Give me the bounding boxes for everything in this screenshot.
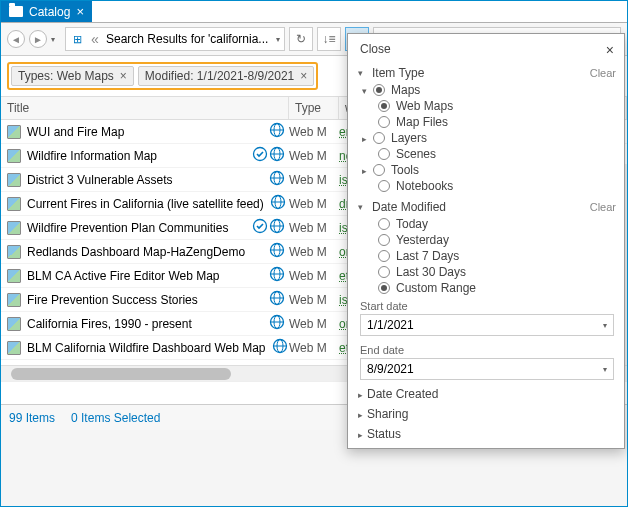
expand-icon[interactable] <box>362 83 367 97</box>
expand-icon[interactable] <box>362 131 367 145</box>
active-filters-highlight: Types: Web Maps × Modified: 1/1/2021-8/9… <box>7 62 318 90</box>
radio-today[interactable] <box>378 218 390 230</box>
clear-item-type[interactable]: Clear <box>590 67 624 79</box>
web-map-icon <box>7 125 21 139</box>
web-map-icon <box>7 173 21 187</box>
filter-close-label[interactable]: Close <box>360 42 391 58</box>
row-type: Web M <box>289 269 339 283</box>
web-map-icon <box>7 149 21 163</box>
globe-icon <box>269 170 285 189</box>
row-type: Web M <box>289 245 339 259</box>
catalog-tab[interactable]: Catalog × <box>1 1 92 22</box>
row-type: Web M <box>289 149 339 163</box>
web-map-icon <box>7 269 21 283</box>
radio-yesterday[interactable] <box>378 234 390 246</box>
dropdown-icon[interactable]: ▾ <box>603 321 607 330</box>
remove-chip-icon[interactable]: × <box>300 69 307 83</box>
tab-label: Catalog <box>29 5 70 19</box>
chip-label: Types: Web Maps <box>18 69 114 83</box>
expand-icon[interactable] <box>362 163 367 177</box>
nav-history-dropdown[interactable]: ▾ <box>51 35 61 44</box>
globe-icon <box>269 218 285 237</box>
web-map-icon <box>7 293 21 307</box>
dropdown-icon[interactable]: ▾ <box>603 365 607 374</box>
crumb-dropdown-icon[interactable]: ▾ <box>276 35 280 44</box>
chip-label: Modified: 1/1/2021-8/9/2021 <box>145 69 294 83</box>
remove-chip-icon[interactable]: × <box>120 69 127 83</box>
row-title: Wildfire Information Map <box>27 149 157 163</box>
col-type[interactable]: Type <box>289 97 339 119</box>
type-filter-chip[interactable]: Types: Web Maps × <box>11 66 134 86</box>
web-map-icon <box>7 197 21 211</box>
start-date-label: Start date <box>348 296 624 314</box>
globe-icon <box>269 290 285 309</box>
item-count: 99 Items <box>9 411 55 425</box>
expand-icon <box>358 427 363 441</box>
row-title: Redlands Dashboard Map-HaZengDemo <box>27 245 245 259</box>
globe-icon <box>272 338 288 357</box>
title-bar: Catalog × <box>1 1 627 23</box>
row-type: Web M <box>289 125 339 139</box>
row-title: District 3 Vulnerable Assets <box>27 173 173 187</box>
search-results-icon: ⊞ <box>70 32 84 46</box>
end-date-input[interactable]: 8/9/2021▾ <box>360 358 614 380</box>
expand-icon[interactable] <box>358 68 368 78</box>
expand-icon <box>358 407 363 421</box>
globe-icon <box>269 266 285 285</box>
row-type: Web M <box>289 221 339 235</box>
radio-notebooks[interactable] <box>378 180 390 192</box>
row-type: Web M <box>289 317 339 331</box>
row-title: Fire Prevention Success Stories <box>27 293 198 307</box>
breadcrumb[interactable]: ⊞ « Search Results for 'california... ▾ <box>65 27 285 51</box>
globe-icon <box>269 146 285 165</box>
radio-scenes[interactable] <box>378 148 390 160</box>
row-title: Wildfire Prevention Plan Communities <box>27 221 228 235</box>
row-title: WUI and Fire Map <box>27 125 124 139</box>
radio-map-files[interactable] <box>378 116 390 128</box>
close-tab-icon[interactable]: × <box>76 4 84 19</box>
crumb-chevron-icon: « <box>88 32 102 46</box>
authoritative-icon <box>252 146 268 165</box>
web-map-icon <box>7 317 21 331</box>
row-type: Web M <box>289 173 339 187</box>
globe-icon <box>270 194 286 213</box>
filter-close-icon[interactable]: × <box>606 42 614 58</box>
clear-date-modified[interactable]: Clear <box>590 201 624 213</box>
radio-maps[interactable] <box>373 84 385 96</box>
sort-button[interactable]: ↓≡ <box>317 27 341 51</box>
start-date-input[interactable]: 1/1/2021▾ <box>360 314 614 336</box>
forward-button[interactable]: ► <box>29 30 47 48</box>
row-title: BLM California Wildfire Dashboard Web Ma… <box>27 341 266 355</box>
row-type: Web M <box>289 293 339 307</box>
authoritative-icon <box>252 218 268 237</box>
selected-count: 0 Items Selected <box>71 411 160 425</box>
radio-layers[interactable] <box>373 132 385 144</box>
row-title: BLM CA Active Fire Editor Web Map <box>27 269 220 283</box>
row-type: Web M <box>289 341 339 355</box>
section-date-created[interactable]: Date Created <box>348 384 624 404</box>
scroll-thumb[interactable] <box>11 368 231 380</box>
web-map-icon <box>7 221 21 235</box>
radio-web-maps[interactable] <box>378 100 390 112</box>
section-item-type[interactable]: Item Type <box>372 66 424 80</box>
section-status[interactable]: Status <box>348 424 624 444</box>
catalog-icon <box>9 6 23 17</box>
breadcrumb-text: Search Results for 'california... <box>106 32 268 46</box>
web-map-icon <box>7 341 21 355</box>
col-title[interactable]: Title <box>1 97 289 119</box>
globe-icon <box>269 122 285 141</box>
web-map-icon <box>7 245 21 259</box>
radio-last30[interactable] <box>378 266 390 278</box>
radio-last7[interactable] <box>378 250 390 262</box>
radio-tools[interactable] <box>373 164 385 176</box>
row-title: California Fires, 1990 - present <box>27 317 192 331</box>
refresh-button[interactable]: ↻ <box>289 27 313 51</box>
expand-icon[interactable] <box>358 202 368 212</box>
end-date-label: End date <box>348 340 624 358</box>
back-button[interactable]: ◄ <box>7 30 25 48</box>
row-title: Current Fires in California (live satell… <box>27 197 264 211</box>
radio-custom[interactable] <box>378 282 390 294</box>
section-sharing[interactable]: Sharing <box>348 404 624 424</box>
section-date-modified[interactable]: Date Modified <box>372 200 446 214</box>
date-filter-chip[interactable]: Modified: 1/1/2021-8/9/2021 × <box>138 66 314 86</box>
